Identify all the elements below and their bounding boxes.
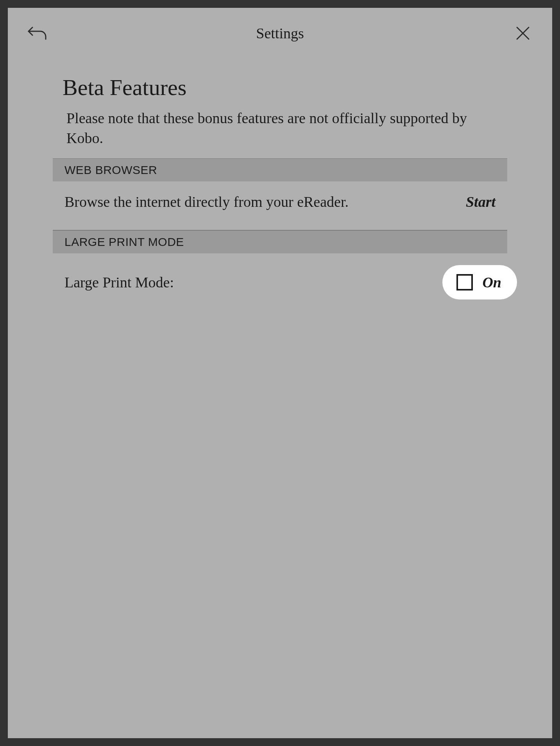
- back-button[interactable]: [27, 23, 47, 43]
- large-print-row: Large Print Mode: On: [53, 253, 517, 311]
- header-title: Settings: [256, 25, 304, 42]
- large-print-label: Large Print Mode:: [64, 274, 174, 291]
- large-print-section-header: LARGE PRINT MODE: [53, 230, 507, 253]
- page-title: Beta Features: [8, 74, 552, 108]
- web-browser-row: Browse the internet directly from your e…: [53, 181, 507, 230]
- web-browser-description: Browse the internet directly from your e…: [64, 193, 349, 210]
- close-button[interactable]: [513, 23, 533, 43]
- checkbox-icon: [456, 274, 473, 291]
- web-browser-section-header: WEB BROWSER: [53, 158, 507, 181]
- large-print-toggle-label: On: [482, 274, 501, 291]
- page-description: Please note that these bonus features ar…: [8, 108, 552, 158]
- large-print-toggle[interactable]: On: [442, 265, 517, 299]
- close-icon: [516, 26, 530, 40]
- back-arrow-icon: [28, 26, 47, 41]
- web-browser-start-link[interactable]: Start: [466, 193, 496, 210]
